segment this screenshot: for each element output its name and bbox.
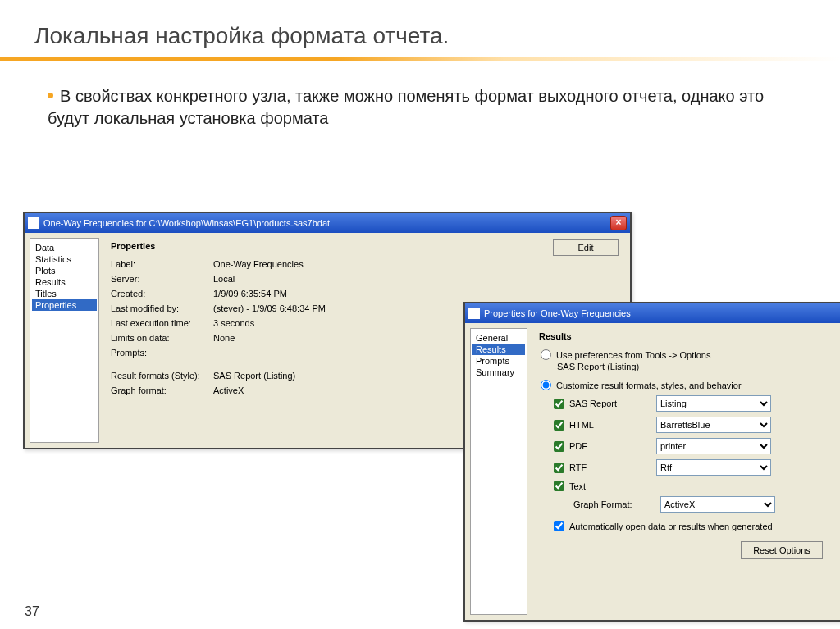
main-panel: Results Use preferences from Tools -> Op… (532, 328, 836, 615)
accent-bar (0, 57, 840, 61)
sidebar-item[interactable]: Statistics (32, 253, 97, 265)
radio-sublabel: SAS Report (Listing) (557, 362, 829, 371)
format-style-select[interactable]: printer (656, 438, 771, 454)
property-label: Last execution time: (111, 318, 213, 328)
graph-format-select[interactable]: ActiveX (660, 496, 775, 513)
format-row: Text (554, 481, 829, 491)
format-label: SAS Report (569, 399, 651, 408)
bullet-content: В свойствах конкретного узла, также можн… (48, 87, 764, 127)
panel-heading: Properties (111, 241, 619, 251)
format-checkbox[interactable] (554, 399, 564, 409)
bullet-dot-icon (48, 93, 53, 98)
format-row: HTMLBarrettsBlue (554, 417, 829, 433)
titlebar[interactable]: Properties for One-Way Frequencies (465, 303, 840, 323)
sidebar: GeneralResultsPromptsSummary (470, 328, 527, 615)
format-checkbox[interactable] (554, 481, 564, 491)
property-row: Created:1/9/09 6:35:54 PM (111, 289, 619, 299)
radio-input[interactable] (541, 380, 551, 390)
format-label: Text (569, 481, 651, 491)
format-style-select[interactable]: BarrettsBlue (656, 417, 771, 433)
property-value: Local (213, 274, 619, 284)
property-label: Created: (111, 289, 213, 299)
format-checkbox[interactable] (554, 463, 564, 473)
sidebar-item[interactable]: Data (32, 242, 97, 253)
format-label: HTML (569, 420, 651, 430)
property-value: 1/9/09 6:35:54 PM (213, 289, 619, 299)
property-row: Server:Local (111, 274, 619, 284)
window-properties-results: Properties for One-Way Frequencies Gener… (463, 302, 840, 622)
property-label: Graph format: (111, 385, 213, 395)
slide-title: Локальная настройка формата отчета. (0, 0, 840, 49)
panel-heading: Results (539, 331, 829, 341)
graph-format-label: Graph Format: (573, 499, 655, 509)
sidebar-item[interactable]: Results (472, 344, 525, 355)
radio-use-prefs[interactable]: Use preferences from Tools -> Options (541, 349, 829, 360)
titlebar[interactable]: One-Way Frequencies for C:\Workshop\Wins… (25, 213, 630, 233)
auto-open-label: Automatically open data or results when … (569, 522, 773, 531)
property-label: Last modified by: (111, 303, 213, 313)
window-title: Properties for One-Way Frequencies (484, 308, 838, 318)
edit-button[interactable]: Edit (553, 239, 619, 256)
bullet-text: В свойствах конкретного узла, также можн… (0, 85, 840, 146)
property-label: Limits on data: (111, 333, 213, 343)
app-icon (28, 217, 39, 229)
reset-options-button[interactable]: Reset Options (741, 541, 823, 559)
format-label: PDF (569, 441, 651, 451)
sidebar-item[interactable]: General (472, 332, 525, 344)
format-style-select[interactable]: Listing (656, 395, 771, 412)
sidebar-item[interactable]: Titles (32, 288, 97, 299)
radio-input[interactable] (541, 349, 551, 360)
page-number: 37 (25, 604, 39, 619)
radio-label: Use preferences from Tools -> Options (556, 350, 710, 360)
format-checkbox[interactable] (554, 441, 564, 452)
sidebar-item[interactable]: Prompts (472, 355, 525, 367)
property-label: Server: (111, 274, 213, 284)
sidebar-item[interactable]: Summary (472, 367, 525, 378)
close-icon[interactable]: × (610, 216, 627, 230)
format-label: RTF (569, 463, 651, 472)
format-style-select[interactable]: Rtf (656, 459, 771, 476)
property-label: Prompts: (111, 348, 213, 358)
format-row: PDFprinter (554, 438, 829, 454)
auto-open-row[interactable]: Automatically open data or results when … (554, 521, 829, 531)
auto-open-checkbox[interactable] (554, 521, 564, 531)
app-icon (468, 308, 480, 319)
format-checkbox[interactable] (554, 420, 564, 431)
radio-customize[interactable]: Customize result formats, styles, and be… (541, 380, 829, 390)
property-label: Label: (111, 259, 213, 269)
format-row: SAS ReportListing (554, 395, 829, 412)
property-value: One-Way Frequencies (213, 259, 619, 269)
sidebar-item[interactable]: Plots (32, 265, 97, 276)
sidebar-item[interactable]: Properties (32, 299, 97, 311)
radio-label: Customize result formats, styles, and be… (556, 381, 742, 390)
property-row: Label:One-Way Frequencies (111, 259, 619, 269)
sidebar-item[interactable]: Results (32, 276, 97, 288)
graph-format-row: Graph Format: ActiveX (554, 496, 829, 513)
format-row: RTFRtf (554, 459, 829, 476)
sidebar: DataStatisticsPlotsResultsTitlesProperti… (30, 238, 99, 443)
property-label: Result formats (Style): (111, 371, 213, 381)
window-title: One-Way Frequencies for C:\Workshop\Wins… (43, 218, 610, 228)
